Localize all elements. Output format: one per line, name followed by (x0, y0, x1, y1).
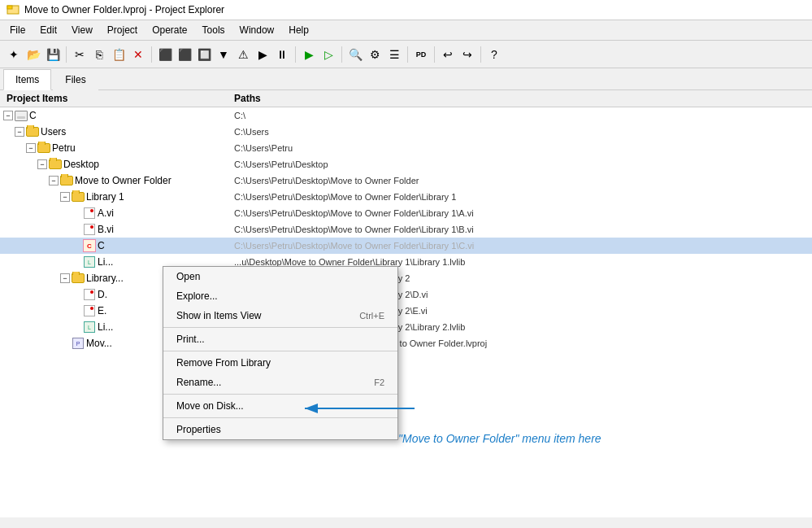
expand-btn[interactable]: − (49, 176, 59, 185)
tree-row[interactable]: E. ...u\Desktop\Move to Owner Folder\Lib… (0, 303, 812, 319)
tree-row[interactable]: − Petru C:\Users\Petru (0, 140, 812, 156)
ctx-label: Rename... (176, 377, 221, 388)
main-content: Project Items Paths − C C:\ − Users (0, 90, 812, 517)
tree-row[interactable]: B.vi C:\Users\Petru\Desktop\Move to Owne… (0, 221, 812, 238)
tree-cell-path: C:\ (228, 111, 812, 120)
tree-cell-name: B.vi (0, 223, 228, 236)
toolbar-redo-btn[interactable]: ↪ (458, 46, 476, 63)
toolbar-undo-btn[interactable]: ↩ (439, 46, 457, 63)
ctx-remove[interactable]: Remove From Library (163, 353, 397, 373)
toolbar-run2-btn[interactable]: ▷ (319, 46, 337, 63)
ctx-label: Show in Items View (176, 310, 262, 321)
table-header: Project Items Paths (0, 90, 812, 107)
ctx-label: Open (176, 271, 200, 282)
tree-cell-name: − Move to Owner Folder (0, 174, 228, 187)
tree-cell-name: − Petru (0, 142, 228, 155)
toolbar-btn6[interactable]: ⬛ (176, 46, 193, 63)
folder-icon (26, 125, 39, 138)
tree-cell-name: − Desktop (0, 158, 228, 171)
cvi-icon: C (83, 239, 96, 252)
toolbar-search-btn[interactable]: 🔍 (346, 46, 364, 63)
ctx-explore[interactable]: Explore... (163, 286, 397, 306)
tree-row[interactable]: − Users C:\Users (0, 124, 812, 140)
tree-row[interactable]: L Li... ...u\Desktop\Move to Owner Folde… (0, 319, 812, 335)
tree-row-selected[interactable]: C C C:\Users\Petru\Desktop\Move to Owner… (0, 238, 812, 254)
toolbar-btn9[interactable]: ⚠ (234, 46, 252, 63)
col-header-paths: Paths (234, 93, 805, 104)
menu-view[interactable]: View (65, 22, 99, 38)
toolbar-new-btn[interactable]: ✦ (5, 46, 23, 63)
menu-help[interactable]: Help (282, 22, 315, 38)
tree-row[interactable]: P Mov... ...u\Desktop\Move to Owner Fold… (0, 335, 812, 351)
tree-label: Library... (86, 273, 124, 284)
toolbar-btn11[interactable]: ⏸ (273, 46, 291, 63)
toolbar-btn10[interactable]: ▶ (254, 46, 271, 63)
tab-files[interactable]: Files (53, 69, 98, 90)
menu-tools[interactable]: Tools (196, 22, 232, 38)
tree-cell-path: C:\Users\Petru\Desktop\Move to Owner Fol… (228, 225, 812, 234)
tree-row[interactable]: − Desktop C:\Users\Petru\Desktop (0, 156, 812, 172)
toolbar-btn7[interactable]: 🔲 (195, 46, 213, 63)
ctx-label: Print... (176, 334, 205, 345)
toolbar-copy-btn[interactable]: ⎘ (90, 46, 108, 63)
ctx-label: Remove From Library (176, 357, 271, 369)
ctx-label: Explore... (176, 290, 218, 302)
menu-edit[interactable]: Edit (33, 22, 63, 38)
toolbar: ✦ 📂 💾 ✂ ⎘ 📋 ✕ ⬛ ⬛ 🔲 ▼ ⚠ ▶ ⏸ ▶ ▷ 🔍 ⚙ ☰ PD… (0, 41, 812, 68)
toolbar-btna[interactable]: ⚙ (366, 46, 384, 63)
ctx-open[interactable]: Open (163, 267, 397, 286)
annotation: "Move to Owner Folder" menu item here (398, 408, 796, 469)
expand-btn[interactable]: − (60, 273, 70, 283)
toolbar-open-btn[interactable]: 📂 (24, 46, 42, 63)
toolbar-sep-7 (480, 46, 481, 63)
expand-btn[interactable]: − (60, 192, 70, 202)
ctx-sep-1 (163, 327, 397, 328)
toolbar-btnb[interactable]: ☰ (385, 46, 403, 63)
expand-btn[interactable]: − (15, 127, 24, 137)
menu-project[interactable]: Project (101, 22, 144, 38)
toolbar-save-btn[interactable]: 💾 (44, 46, 62, 63)
toolbar-sep-4 (341, 46, 342, 63)
menu-operate[interactable]: Operate (145, 22, 193, 38)
toolbar-cut-btn[interactable]: ✂ (71, 46, 89, 63)
tree-row[interactable]: − Library 1 C:\Users\Petru\Desktop\Move … (0, 189, 812, 205)
tree-cell-path: C:\Users\Petru\Desktop (228, 159, 812, 169)
menu-window[interactable]: Window (233, 22, 281, 38)
expand-btn[interactable]: − (3, 111, 13, 120)
col-header-items: Project Items (7, 93, 234, 104)
toolbar-delete-btn[interactable]: ✕ (129, 46, 147, 63)
tab-items[interactable]: Items (3, 69, 51, 90)
toolbar-px-btn[interactable]: PD (412, 46, 430, 63)
tree-cell-name: C C (0, 239, 228, 252)
tree-row[interactable]: − Library... ...u\Desktop\Move to Owner … (0, 270, 812, 286)
tree-label: Library 1 (86, 191, 124, 203)
tree-cell-path: C:\Users\Petru\Desktop\Move to Owner Fol… (228, 176, 812, 185)
toolbar-btn5[interactable]: ⬛ (156, 46, 174, 63)
ctx-shortcut: Ctrl+E (359, 311, 384, 321)
folder-icon (60, 174, 73, 187)
tree-cell-path: C:\Users\Petru (228, 143, 812, 153)
toolbar-btn8[interactable]: ▼ (215, 46, 232, 63)
ctx-print[interactable]: Print... (163, 329, 397, 349)
tree-row[interactable]: D. ...u\Desktop\Move to Owner Folder\Lib… (0, 286, 812, 303)
tree-cell-path: C:\Users\Petru\Desktop\Move to Owner Fol… (228, 208, 812, 218)
toolbar-sep-5 (407, 46, 408, 63)
expand-btn[interactable]: − (26, 143, 36, 153)
toolbar-paste-btn[interactable]: 📋 (110, 46, 128, 63)
folder-icon (72, 272, 85, 285)
tree-label: C (29, 110, 37, 121)
ctx-show-in-items[interactable]: Show in Items View Ctrl+E (163, 306, 397, 325)
toolbar-help-btn[interactable]: ? (485, 46, 503, 63)
tree-row[interactable]: − C C:\ (0, 107, 812, 124)
tree-row[interactable]: A.vi C:\Users\Petru\Desktop\Move to Owne… (0, 205, 812, 221)
menu-file[interactable]: File (3, 22, 32, 38)
tree-row[interactable]: L Li... ...u\Desktop\Move to Owner Folde… (0, 254, 812, 270)
toolbar-sep-6 (434, 46, 435, 63)
tree-row[interactable]: − Move to Owner Folder C:\Users\Petru\De… (0, 172, 812, 189)
drive-icon (15, 109, 28, 122)
tree-cell-name: − C (0, 109, 228, 122)
tree-cell-name: − Library 1 (0, 190, 228, 203)
ctx-label: Move on Disk... (176, 400, 244, 412)
expand-btn[interactable]: − (37, 159, 47, 169)
toolbar-run-btn[interactable]: ▶ (300, 46, 318, 63)
